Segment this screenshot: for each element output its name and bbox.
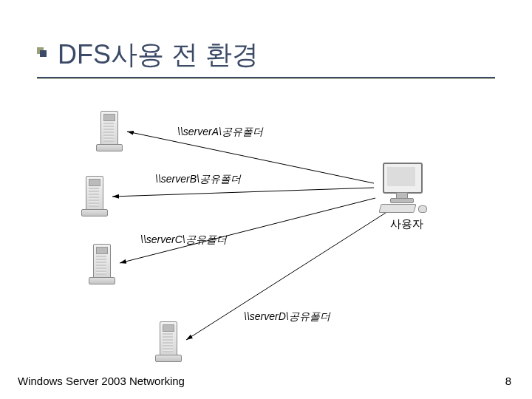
share-path-label-4: \\serverD\공유폴더 [244,310,330,324]
server-icon-4 [155,321,185,362]
page-number: 8 [505,375,511,387]
user-label: 사용자 [390,217,423,231]
arrow-2 [112,188,374,197]
title-underline [37,77,495,78]
client-pc-icon [377,163,429,214]
slide: DFS사용 전 환경 사용자 \\serverA\공유폴더\\serverB\공… [0,0,532,399]
footer-text: Windows Server 2003 Networking [18,375,185,387]
diagram-area: 사용자 \\serverA\공유폴더\\serverB\공유폴더\\server… [37,89,495,362]
server-icon-3 [89,244,118,284]
share-path-label-2: \\serverB\공유폴더 [155,173,241,186]
server-icon-2 [81,176,111,216]
bullet-icon [37,47,47,57]
share-path-label-1: \\serverA\공유폴더 [177,126,263,139]
arrow-3 [120,198,375,263]
server-icon-1 [96,111,126,151]
slide-title: DFS사용 전 환경 [58,37,259,73]
share-path-label-3: \\serverC\공유폴더 [140,233,227,247]
